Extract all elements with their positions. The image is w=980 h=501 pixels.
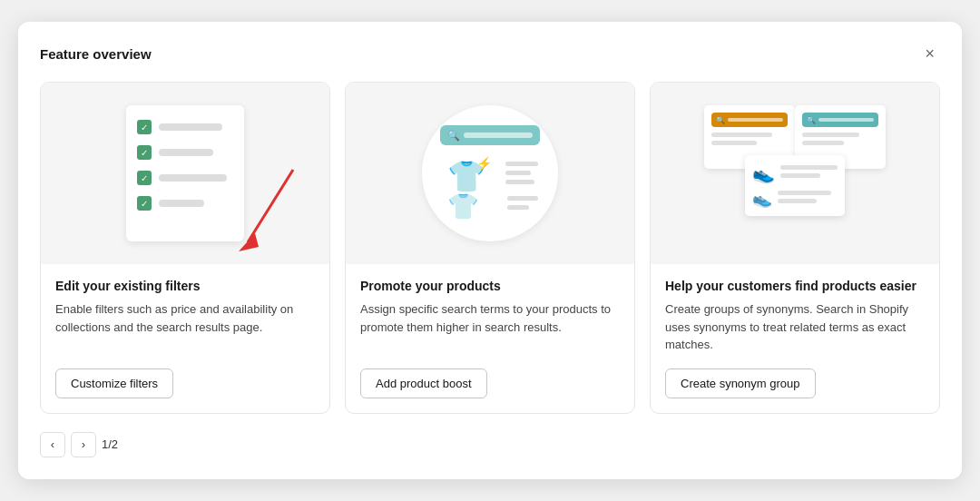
promote-line-4	[507, 196, 538, 201]
check-line-3	[159, 174, 227, 182]
card-synonyms-title: Help your customers find products easier	[665, 279, 925, 293]
checklist-paper: ✓ ✓ ✓ ✓	[126, 105, 244, 241]
syn-content-line-4	[802, 141, 844, 145]
cards-container: ✓ ✓ ✓ ✓	[40, 82, 940, 414]
syn-result-lines-2	[778, 191, 838, 207]
promote-line-5	[507, 205, 529, 210]
syn-result-row-2: 👟	[752, 189, 838, 209]
card-synonyms-body: Help your customers find products easier…	[651, 264, 939, 413]
card-promote-title: Promote your products	[360, 279, 620, 293]
shoe-icon-1: 👟	[752, 162, 775, 184]
card-filters: ✓ ✓ ✓ ✓	[40, 82, 330, 414]
page-indicator: 1/2	[102, 437, 118, 451]
customize-filters-button[interactable]: Customize filters	[55, 368, 173, 398]
syn-bar-line-2	[818, 118, 874, 122]
shoe-icon-2: 👟	[752, 189, 772, 209]
check-icon-2: ✓	[137, 145, 152, 160]
syn-result-line-4	[778, 199, 817, 203]
prev-page-button[interactable]: ‹	[40, 432, 65, 457]
promote-line-1	[505, 162, 538, 166]
promote-search-bar: 🔍	[440, 125, 540, 145]
syn-result-line-1	[780, 165, 838, 170]
promote-line-2	[505, 171, 531, 175]
syn-bar-line-1	[728, 118, 783, 122]
synonyms-graphic: 🔍 🔍	[695, 96, 895, 250]
card-filters-title: Edit your existing filters	[55, 279, 315, 293]
syn-result-lines-1	[780, 165, 838, 182]
promote-search-icon: 🔍	[447, 130, 460, 142]
modal-header: Feature overview ×	[40, 44, 940, 64]
checklist-row-1: ✓	[137, 120, 233, 134]
checklist-row-4: ✓	[137, 196, 233, 211]
check-icon-4: ✓	[137, 196, 152, 211]
lightning-icon: ⚡	[476, 156, 492, 171]
feature-overview-modal: Feature overview × ✓ ✓	[18, 22, 962, 479]
pagination-bar: ‹ › 1/2	[40, 432, 940, 457]
syn-search-bar-orange: 🔍	[711, 113, 788, 127]
card-filters-body: Edit your existing filters Enable filter…	[41, 264, 329, 413]
promote-lines-2	[507, 196, 538, 214]
syn-content-line-3	[802, 133, 859, 137]
card-filters-illustration: ✓ ✓ ✓ ✓	[41, 83, 329, 264]
promote-search-line	[464, 133, 533, 138]
check-line-1	[159, 123, 222, 131]
syn-search-icon-1: 🔍	[716, 116, 725, 124]
close-button[interactable]: ×	[919, 44, 940, 64]
modal-title: Feature overview	[40, 46, 152, 62]
checklist-graphic: ✓ ✓ ✓ ✓	[122, 101, 249, 246]
syn-search-icon-2: 🔍	[807, 116, 816, 124]
card-promote-desc: Assign specific search terms to your pro…	[360, 300, 620, 354]
check-icon-3: ✓	[137, 171, 152, 185]
checklist-row-3: ✓	[137, 171, 233, 185]
check-line-4	[159, 200, 204, 207]
check-icon-1: ✓	[137, 120, 152, 134]
card-filters-desc: Enable filters such as price and availab…	[55, 300, 315, 354]
promote-line-3	[505, 180, 534, 184]
card-promote-illustration: 🔍 👕 ⚡ 👕	[346, 83, 634, 264]
syn-search-bar-teal: 🔍	[802, 113, 878, 127]
check-line-2	[159, 149, 213, 156]
card-promote-body: Promote your products Assign specific se…	[346, 264, 634, 413]
syn-result-card: 👟 👟	[745, 155, 845, 216]
promote-circle: 🔍 👕 ⚡ 👕	[422, 105, 558, 241]
promote-lines	[505, 162, 538, 189]
svg-line-0	[248, 170, 293, 242]
add-product-boost-button[interactable]: Add product boost	[360, 368, 487, 398]
shirt-icon-2: 👕	[447, 192, 479, 221]
syn-result-row-1: 👟	[752, 162, 838, 184]
promote-graphic: 🔍 👕 ⚡ 👕	[417, 101, 563, 246]
card-promote: 🔍 👕 ⚡ 👕	[345, 82, 635, 414]
card-synonyms-illustration: 🔍 🔍	[651, 83, 939, 264]
syn-result-line-3	[778, 191, 831, 195]
syn-content-line-1	[711, 133, 772, 137]
card-synonyms: 🔍 🔍	[650, 82, 940, 414]
checklist-row-2: ✓	[137, 145, 233, 160]
syn-content-line-2	[711, 141, 757, 145]
create-synonym-group-button[interactable]: Create synonym group	[665, 368, 816, 398]
syn-result-line-2	[780, 173, 820, 178]
card-synonyms-desc: Create groups of synonyms. Search in Sho…	[665, 300, 925, 354]
next-page-button[interactable]: ›	[71, 432, 96, 457]
